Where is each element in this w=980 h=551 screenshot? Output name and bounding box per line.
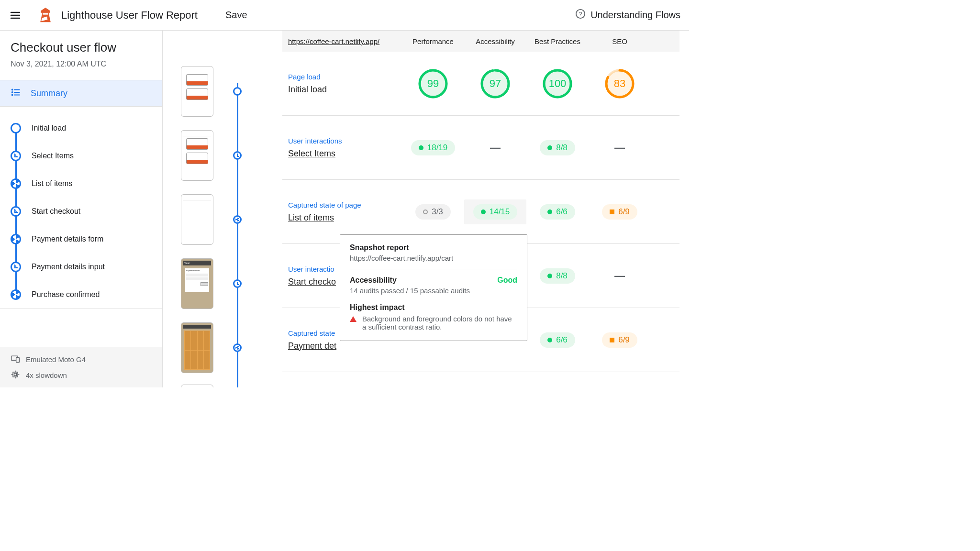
- sidebar: Checkout user flow Nov 3, 2021, 12:00 AM…: [0, 31, 163, 387]
- table-cell: 8/8: [526, 268, 589, 284]
- table-cell: 97: [464, 68, 526, 99]
- sidebar-step[interactable]: Initial load: [11, 114, 162, 142]
- row-kind: Captured state of page: [288, 201, 402, 209]
- table-cell: 6/9: [589, 332, 651, 348]
- score-gauge[interactable]: 100: [542, 68, 573, 99]
- score-gauge[interactable]: 97: [480, 68, 511, 99]
- aperture-icon: [233, 343, 242, 352]
- clock-icon: [233, 151, 242, 160]
- tooltip-title: Snapshot report: [350, 243, 517, 252]
- menu-icon[interactable]: [6, 6, 25, 25]
- table-cell: —: [589, 270, 651, 282]
- device-icon: [11, 354, 20, 365]
- tooltip-impact-text: Background and foreground colors do not …: [362, 315, 517, 331]
- svg-rect-1: [43, 13, 49, 15]
- sidebar-step[interactable]: Purchase confirmed: [11, 281, 162, 309]
- table-url[interactable]: https://coffee-cart.netlify.app/: [282, 37, 402, 45]
- lighthouse-logo-icon: [39, 8, 52, 22]
- score-chip[interactable]: 6/6: [540, 332, 575, 348]
- dash: —: [490, 142, 501, 154]
- aperture-icon: [11, 178, 21, 189]
- timeline-thumbnail[interactable]: TotalPayment details: [163, 252, 282, 316]
- sidebar-step-label: Purchase confirmed: [32, 290, 100, 299]
- svg-marker-0: [41, 8, 50, 13]
- table-cell: —: [464, 142, 526, 154]
- row-name[interactable]: List of items: [288, 213, 402, 223]
- svg-text:?: ?: [579, 11, 582, 18]
- score-gauge[interactable]: 99: [418, 68, 448, 99]
- row-name[interactable]: Initial load: [288, 85, 402, 95]
- table-cell: 8/8: [526, 140, 589, 155]
- svg-rect-14: [13, 372, 18, 377]
- aperture-icon: [11, 289, 21, 300]
- sidebar-header: Checkout user flow Nov 3, 2021, 12:00 AM…: [0, 31, 162, 77]
- table-cell: 6/6: [526, 332, 589, 348]
- score-chip[interactable]: 3/3: [415, 204, 451, 220]
- sidebar-step-label: Select Items: [32, 152, 74, 160]
- sidebar-summary[interactable]: Summary: [0, 80, 162, 107]
- sidebar-step[interactable]: Payment details form: [11, 225, 162, 253]
- understanding-flows-link[interactable]: ? Understanding Flows: [575, 9, 680, 22]
- timeline-thumbnail[interactable]: [163, 59, 282, 123]
- tooltip: Snapshot report https://coffee-cart.netl…: [340, 234, 527, 341]
- table-cell: 14/15: [464, 199, 526, 224]
- table-cell: 3/3: [402, 204, 464, 220]
- score-chip[interactable]: 6/9: [602, 204, 637, 220]
- table-cell: —: [589, 142, 651, 154]
- timeline-thumbnail[interactable]: [163, 380, 282, 387]
- sidebar-step[interactable]: Select Items: [11, 142, 162, 170]
- warning-icon: [350, 316, 356, 322]
- score-chip[interactable]: 18/19: [411, 140, 456, 155]
- score-chip[interactable]: 6/9: [602, 332, 637, 348]
- row-kind: Page load: [288, 73, 402, 81]
- table-row: Page loadInitial load 99 97 100 83: [282, 52, 679, 116]
- aperture-icon: [233, 215, 242, 224]
- table-cell: 100: [526, 68, 589, 99]
- score-gauge[interactable]: 83: [604, 68, 635, 99]
- cpu-icon: [11, 370, 20, 381]
- sidebar-step[interactable]: List of items: [11, 170, 162, 198]
- sidebar-step[interactable]: Payment details input: [11, 253, 162, 281]
- timeline-thumbnail[interactable]: [163, 316, 282, 380]
- dash: —: [614, 142, 625, 154]
- svg-point-11: [12, 94, 13, 95]
- table-cell: 18/19: [402, 140, 464, 155]
- clock-icon: [11, 151, 21, 161]
- table-cell: 99: [402, 68, 464, 99]
- row-name[interactable]: Select Items: [288, 149, 402, 159]
- table-cell: 6/6: [526, 204, 589, 220]
- sidebar-step[interactable]: Start checkout: [11, 198, 162, 225]
- timeline-column: TotalPayment details: [163, 31, 282, 387]
- timeline-thumbnail[interactable]: [163, 123, 282, 187]
- sidebar-step-label: Payment details form: [32, 235, 103, 243]
- score-chip[interactable]: 14/15: [473, 204, 518, 220]
- table-cell: 83: [589, 68, 651, 99]
- svg-rect-15: [14, 374, 17, 376]
- table-row: User interactionsSelect Items18/19—8/8—: [282, 116, 679, 180]
- svg-point-10: [12, 92, 13, 93]
- content: TotalPayment details https://coffee-cart…: [163, 31, 689, 387]
- sidebar-step-label: Start checkout: [32, 207, 80, 216]
- score-chip[interactable]: 8/8: [540, 268, 575, 284]
- row-name[interactable]: Payment det: [288, 341, 402, 351]
- flow-title: Checkout user flow: [11, 40, 152, 55]
- table-cell: 6/9: [589, 204, 651, 220]
- svg-point-9: [12, 89, 13, 90]
- understanding-flows-label: Understanding Flows: [590, 10, 680, 21]
- dash: —: [614, 270, 625, 282]
- sidebar-step-label: List of items: [32, 179, 72, 188]
- clock-icon: [11, 206, 21, 217]
- sidebar-footer: Emulated Moto G4 4x slowdown: [0, 347, 162, 387]
- save-button[interactable]: Save: [225, 10, 247, 21]
- svg-rect-13: [16, 358, 20, 363]
- score-chip[interactable]: 6/6: [540, 204, 575, 220]
- col-performance: Performance: [402, 37, 464, 45]
- timeline-thumbnail[interactable]: [163, 187, 282, 252]
- tooltip-impact-title: Highest impact: [350, 303, 517, 312]
- aperture-icon: [11, 234, 21, 244]
- score-chip[interactable]: 8/8: [540, 140, 575, 155]
- circle-icon: [233, 87, 242, 96]
- app-title: Lighthouse User Flow Report: [61, 9, 198, 22]
- sidebar-step-label: Payment details input: [32, 263, 105, 271]
- row-kind: User interactions: [288, 137, 402, 145]
